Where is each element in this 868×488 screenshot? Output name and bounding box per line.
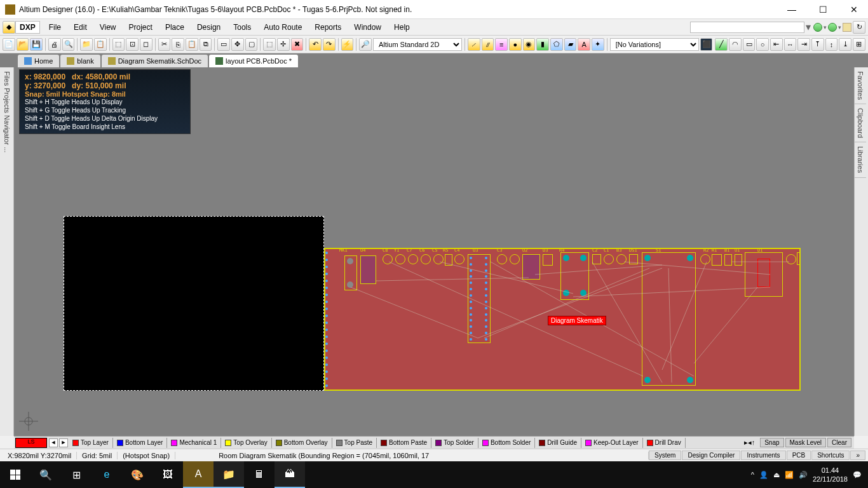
menu-window[interactable]: Window (348, 22, 388, 33)
layer-tab[interactable]: Top Overlay (221, 438, 271, 448)
route-multi-icon[interactable]: ≡ (495, 38, 508, 51)
tray-volume-icon[interactable]: 🔊 (799, 470, 808, 479)
align-v-icon[interactable]: ↕ (825, 38, 838, 51)
layer-next-button[interactable]: ► (59, 438, 68, 447)
panel-clipboard[interactable]: Clipboard (855, 104, 866, 142)
select-icon[interactable]: ▭ (217, 38, 230, 51)
variations-combo[interactable]: [No Variations] (610, 38, 699, 51)
component[interactable] (724, 254, 732, 266)
align-top-icon[interactable]: ⤒ (811, 38, 824, 51)
cross-probe-icon[interactable]: ⚡ (341, 38, 354, 51)
panel-instruments[interactable]: Instruments (741, 451, 785, 460)
layer-tab[interactable]: Bottom Paste (377, 438, 431, 448)
place-rect-icon[interactable]: ▭ (743, 38, 756, 51)
room-diagram-skematik[interactable]: MK1U4C8Y1C7C6C5R5C4U3C3U2D3R4C2C1B3DS1S1… (324, 248, 801, 391)
move-selection-icon[interactable]: ✢ (277, 38, 290, 51)
tray-eject-icon[interactable]: ⏏ (773, 470, 780, 479)
duplicate-icon[interactable]: ⧉ (200, 38, 212, 51)
component[interactable] (735, 254, 742, 266)
component[interactable] (421, 254, 431, 264)
layer-sort-icon[interactable]: ▸◂↑ (740, 438, 759, 447)
component[interactable] (604, 254, 614, 264)
menu-tools[interactable]: Tools (227, 22, 257, 33)
select-inside-icon[interactable]: ⬚ (263, 38, 276, 51)
component[interactable] (497, 254, 507, 264)
close-button[interactable]: ✕ (845, 4, 863, 15)
poly-icon[interactable]: ⬠ (550, 38, 563, 51)
menu-place[interactable]: Place (159, 22, 191, 33)
layer-tab[interactable]: Drill Guide (535, 438, 581, 448)
clear-button[interactable]: Clear (827, 438, 851, 447)
preview-icon[interactable]: 🔍 (62, 38, 75, 51)
tab-blank[interactable]: blank (60, 55, 100, 67)
via-icon[interactable]: ◉ (523, 38, 536, 51)
mask-level-button[interactable]: Mask Level (785, 438, 827, 447)
place-arc-icon[interactable]: ◠ (729, 38, 742, 51)
component-led[interactable] (757, 259, 770, 287)
menu-edit[interactable]: Edit (67, 22, 93, 33)
pad-icon[interactable]: ● (509, 38, 522, 51)
component[interactable] (433, 254, 444, 264)
open-icon[interactable]: 📂 (17, 38, 29, 51)
new-icon[interactable]: 📄 (3, 38, 15, 51)
string-icon[interactable]: A (578, 38, 590, 51)
component[interactable] (395, 254, 405, 264)
place-line-icon[interactable]: ╱ (715, 38, 728, 51)
component[interactable] (383, 254, 393, 264)
zoom-selected-icon[interactable]: ◻ (140, 38, 153, 51)
save-icon[interactable]: 💾 (30, 38, 43, 51)
layer-tab[interactable]: Mechanical 1 (167, 438, 221, 448)
menu-help[interactable]: Help (388, 22, 416, 33)
undo-icon[interactable]: ↶ (309, 38, 322, 51)
zoom-fit-icon[interactable]: ⊡ (126, 38, 139, 51)
picture-viewer-icon[interactable]: 🖼 (153, 461, 183, 488)
open-doc-icon[interactable]: 📋 (94, 38, 107, 51)
dxp-icon[interactable]: ◆ (3, 21, 15, 34)
system-tray[interactable]: ^ 👤 ⏏ 📶 🔊 01.4422/11/2018 💬 (745, 466, 868, 484)
snap-button[interactable]: Snap (760, 438, 783, 447)
move-icon[interactable]: ✥ (231, 38, 244, 51)
menu-design[interactable]: Design (191, 22, 227, 33)
component[interactable] (360, 255, 376, 284)
redo-icon[interactable]: ↷ (323, 38, 336, 51)
minimize-button[interactable]: — (782, 4, 801, 15)
viewmode-combo[interactable]: Altium Standard 2D (373, 38, 462, 51)
calculator-icon[interactable]: 🖩 (244, 461, 275, 488)
open-project-icon[interactable]: 📁 (80, 38, 93, 51)
menu-view[interactable]: View (93, 22, 123, 33)
align-right-icon[interactable]: ⇥ (797, 38, 810, 51)
altium-taskbar-icon[interactable]: A (183, 461, 214, 488)
component-d1[interactable] (797, 252, 800, 265)
menu-file[interactable]: File (43, 22, 67, 33)
layer-tab[interactable]: Top Paste (332, 438, 377, 448)
photos-icon[interactable]: 🏔 (275, 461, 305, 488)
layer-tab[interactable]: Top Solder (431, 438, 478, 448)
left-panel-tabs[interactable]: Files Projects Navigator ... (0, 67, 14, 436)
menu-project[interactable]: Project (123, 22, 159, 33)
variation-chip-icon[interactable]: ⬛ (700, 38, 713, 51)
layer-tab[interactable]: Keep-Out Layer (581, 438, 643, 448)
component[interactable] (700, 254, 710, 264)
browse-icon[interactable]: 🔎 (359, 38, 372, 51)
place-circle-icon[interactable]: ○ (756, 38, 769, 51)
menu-reports[interactable]: Reports (308, 22, 348, 33)
menu-autoroute[interactable]: Auto Route (257, 22, 308, 33)
panel-design-compiler[interactable]: Design Compiler (682, 451, 740, 460)
panel-system[interactable]: System (649, 451, 681, 460)
region-icon[interactable]: ▰ (564, 38, 577, 51)
panel-shortcuts[interactable]: Shortcuts (811, 451, 850, 460)
component-icon[interactable]: ✦ (592, 38, 604, 51)
panel-pcb[interactable]: PCB (787, 451, 811, 460)
component[interactable] (592, 254, 601, 264)
dxp-menu[interactable]: DXP (15, 21, 40, 34)
deselect-icon[interactable]: ▢ (245, 38, 258, 51)
tray-notifications-icon[interactable]: 💬 (853, 470, 862, 479)
align-h-icon[interactable]: ↔ (784, 38, 797, 51)
route-icon[interactable]: ⟋ (468, 38, 480, 51)
tab-home[interactable]: Home (18, 55, 59, 67)
cut-icon[interactable]: ✂ (158, 38, 171, 51)
tab-schematic[interactable]: Diagram Skematik.SchDoc (102, 55, 208, 67)
component[interactable] (786, 254, 796, 264)
layer-tab[interactable]: Drill Drav (643, 438, 686, 448)
nav-refresh-button[interactable]: ↻ (853, 21, 865, 34)
